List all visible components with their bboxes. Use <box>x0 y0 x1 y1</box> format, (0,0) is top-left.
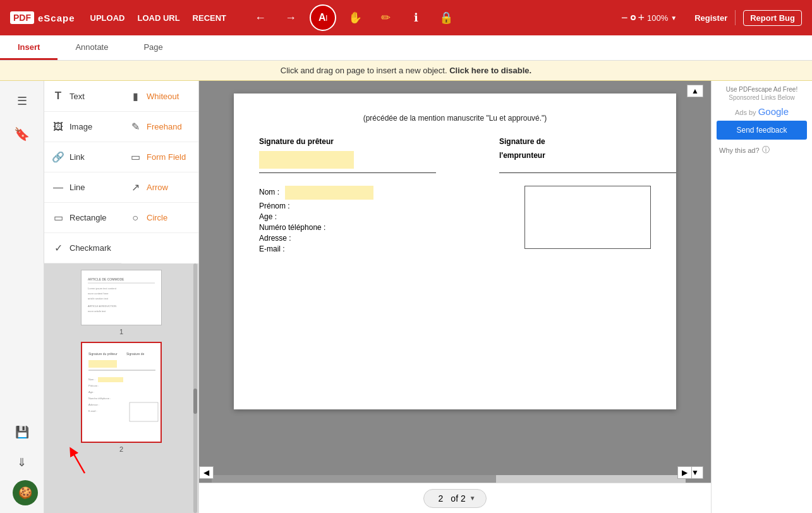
pdf-page: (précédée de la mention manuscrite "Lu e… <box>234 94 676 409</box>
circle-icon: ○ <box>129 212 142 224</box>
thumb-image-1: ARTICLE DE COMMODE Lorem ipsum text cont… <box>81 270 162 325</box>
sidebar-download-button[interactable]: ⇓ <box>7 447 37 478</box>
logo-text: eScape <box>38 13 75 23</box>
svg-rect-14 <box>98 377 123 382</box>
line-icon: — <box>52 182 64 193</box>
insert-whiteout-label: Whiteout <box>147 92 179 101</box>
scroll-left-button[interactable]: ◀ <box>199 466 214 479</box>
zoom-dropdown-arrow[interactable]: ▼ <box>670 15 677 21</box>
insert-freehand[interactable]: ✎ Freehand <box>121 112 198 142</box>
text-icon: T <box>52 90 64 102</box>
sidebar-save-button[interactable]: 💾 <box>7 417 37 447</box>
why-this-ad[interactable]: Why this ad? ⓘ <box>717 142 807 158</box>
cookie-button[interactable]: 🍪 <box>13 480 38 505</box>
thumb-item-2[interactable]: Signature du prêteur Signature de Nom : … <box>47 342 196 453</box>
svg-text:Nom :: Nom : <box>88 378 95 381</box>
save-icon: 💾 <box>15 425 29 439</box>
signature-row: Signature du prêteur Signature de l'empr… <box>259 137 651 173</box>
svg-text:Numéro téléphone :: Numéro téléphone : <box>88 397 111 400</box>
ad-use-label: Use PDFescape Ad Free! <box>717 86 807 93</box>
content-area: ▲ ▼ ◀ ▶ (précédée de la menti <box>199 81 711 513</box>
tabs-row: Insert Annotate Page <box>0 35 812 61</box>
insert-text[interactable]: T Text <box>44 81 121 112</box>
scroll-right-button[interactable]: ▶ <box>677 466 692 479</box>
right-ad-panel: Use PDFescape Ad Free! Sponsored Links B… <box>711 81 812 513</box>
svg-rect-11 <box>88 360 117 368</box>
horizontal-scrollbar[interactable] <box>212 475 686 483</box>
insert-checkmark[interactable]: ✓ Checkmark <box>44 233 121 263</box>
thumb-label-1: 1 <box>119 328 123 335</box>
svg-text:Adresse :: Adresse : <box>88 403 99 406</box>
banner-cta[interactable]: Click here to disable. <box>449 66 531 75</box>
register-button[interactable]: Register <box>694 13 727 23</box>
thumb-scrollbar-thumb[interactable] <box>193 389 197 414</box>
send-feedback-button[interactable]: Send feedback <box>717 121 807 140</box>
zoom-in-button[interactable]: + <box>638 11 645 25</box>
upload-nav[interactable]: UPLOAD <box>90 13 125 23</box>
pencil-tool[interactable]: ✏ <box>374 6 397 29</box>
logo[interactable]: PDF eScape <box>10 11 75 24</box>
thumb-image-2: Signature du prêteur Signature de Nom : … <box>81 342 162 443</box>
zoom-area: − + 100% ▼ <box>621 11 677 25</box>
why-this-ad-text: Why this ad? <box>719 147 760 154</box>
svg-text:ARTICLE A REDUCTION: ARTICLE A REDUCTION <box>88 305 116 308</box>
adresse-label: Adresse : <box>259 234 291 243</box>
nom-input-box[interactable] <box>285 186 373 200</box>
insert-circle[interactable]: ○ Circle <box>121 203 198 233</box>
recent-nav[interactable]: RECENT <box>193 13 226 23</box>
zoom-out-button[interactable]: − <box>621 11 628 25</box>
svg-text:Signature du prêteur: Signature du prêteur <box>88 352 118 356</box>
thumb-item-1[interactable]: ARTICLE DE COMMODE Lorem ipsum text cont… <box>47 270 196 335</box>
email-label: E-mail : <box>259 244 285 253</box>
address-box[interactable] <box>524 186 651 249</box>
insert-rectangle-label: Rectangle <box>70 213 107 222</box>
svg-text:more content here: more content here <box>88 292 109 295</box>
insert-checkmark-label: Checkmark <box>70 243 111 253</box>
left-panel: ☰ 🔖 💾 ⇓ 🖶 <box>0 81 199 513</box>
scroll-up-button[interactable]: ▲ <box>687 85 703 97</box>
insert-whiteout[interactable]: ▮ Whiteout <box>121 81 198 112</box>
sidebar-menu-button[interactable]: ☰ <box>7 86 37 116</box>
bookmark-icon: 🔖 <box>14 126 30 142</box>
tab-insert[interactable]: Insert <box>0 35 58 60</box>
thumb-scrollbar[interactable] <box>193 263 197 513</box>
menu-icon: ☰ <box>17 94 27 108</box>
insert-link-label: Link <box>70 152 85 162</box>
info-button[interactable]: ℹ <box>404 6 427 29</box>
insert-form-field[interactable]: ▭ Form Field <box>121 142 198 172</box>
page-number-input[interactable] <box>434 493 447 504</box>
sig-emprunteur-line <box>499 172 676 173</box>
insert-line[interactable]: — Line <box>44 172 121 203</box>
insert-freehand-label: Freehand <box>147 122 182 131</box>
nom-label: Nom : <box>259 188 279 196</box>
banner-text: Click and drag on page to insert a new o… <box>281 66 447 75</box>
tab-annotate[interactable]: Annotate <box>58 35 126 60</box>
sig-preteur-box[interactable] <box>259 151 354 169</box>
tab-page[interactable]: Page <box>126 35 180 60</box>
telephone-label: Numéro téléphone : <box>259 223 325 232</box>
content-scroll[interactable]: ▲ ▼ ◀ ▶ (précédée de la menti <box>199 81 711 483</box>
insert-link[interactable]: 🔗 Link <box>44 142 121 172</box>
thumb-svg-1: ARTICLE DE COMMODE Lorem ipsum text cont… <box>82 270 161 325</box>
report-bug-button[interactable]: Report Bug <box>743 10 802 26</box>
arrow-icon: ↗ <box>129 181 142 193</box>
google-text: Google <box>758 106 789 117</box>
insert-image[interactable]: 🖼 Image <box>44 112 121 142</box>
sig-col-preteur: Signature du prêteur <box>259 137 436 173</box>
back-button[interactable]: ← <box>249 6 272 29</box>
hand-tool[interactable]: ✋ <box>344 6 367 29</box>
forward-button[interactable]: → <box>279 6 302 29</box>
insert-rectangle[interactable]: ▭ Rectangle <box>44 203 121 233</box>
horizontal-scrollbar-thumb[interactable] <box>212 475 496 483</box>
sig-col-emprunteur: Signature de l'emprunteur <box>499 137 676 173</box>
page-dropdown-arrow[interactable]: ▼ <box>470 495 476 502</box>
insert-arrow[interactable]: ↗ Arrow <box>121 172 198 203</box>
sig-preteur-line <box>259 172 436 173</box>
icon-sidebar: ☰ 🔖 💾 ⇓ 🖶 <box>0 81 44 513</box>
sidebar-bookmark-button[interactable]: 🔖 <box>7 119 37 149</box>
load-url-nav[interactable]: LOAD URL <box>137 13 179 23</box>
lock-button[interactable]: 🔒 <box>435 6 458 29</box>
text-cursor-tool[interactable]: A| <box>310 4 336 31</box>
thumb-svg-2: Signature du prêteur Signature de Nom : … <box>82 342 161 442</box>
cookie-icon: 🍪 <box>18 486 32 500</box>
